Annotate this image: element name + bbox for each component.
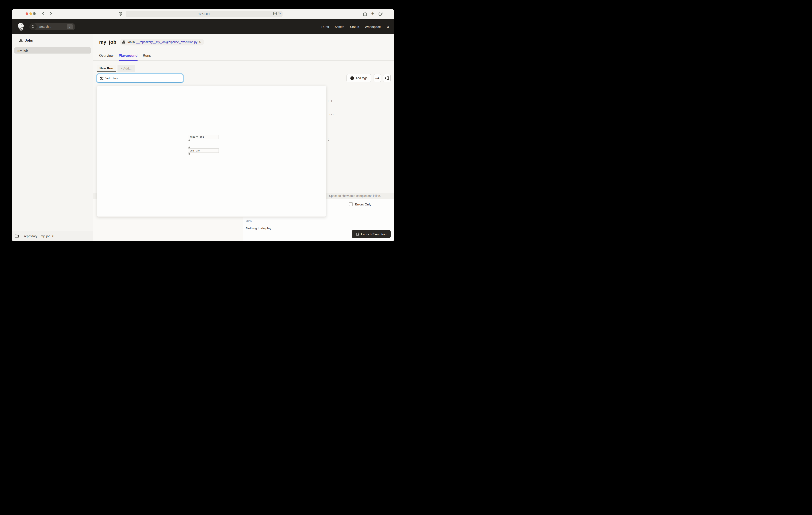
graph-preview-popover: return_one add_two	[97, 86, 326, 217]
add-tags-button[interactable]: + Add tags	[347, 74, 371, 82]
job-icon	[122, 40, 125, 44]
op-selector-icon	[100, 77, 104, 80]
search-icon	[29, 23, 37, 30]
shield-icon[interactable]	[119, 12, 122, 16]
tab-overview-icon[interactable]	[378, 12, 382, 16]
op-selector-value: *add_two	[105, 77, 117, 80]
back-icon[interactable]	[42, 12, 45, 16]
reload-icon[interactable]: ↻	[278, 12, 281, 15]
browser-window: 127.0.0.1 A ↻ +	[12, 9, 394, 241]
main-content: my_job Job in __repository__my_job@pipel…	[93, 34, 394, 241]
output-port-dot	[188, 153, 190, 155]
external-link-icon	[356, 233, 359, 236]
input-port-dot	[188, 146, 190, 148]
job-origin-badge: Job in __repository__my_job@pipeline_exe…	[120, 38, 204, 46]
config-line: ...	[327, 112, 390, 116]
folder-icon	[15, 235, 19, 238]
op-selector-input[interactable]: *add_two	[97, 74, 183, 83]
launch-execution-button[interactable]: Launch Execution	[352, 230, 390, 238]
sidebar-item-my-job[interactable]: my_job	[14, 47, 91, 54]
repository-name: __repository__my_job	[21, 235, 50, 238]
config-line	[327, 125, 390, 129]
sidebar: Jobs my_job __repository__my_job ↻	[12, 34, 93, 241]
nav-assets[interactable]: Assets	[335, 25, 344, 29]
url-text: 127.0.0.1	[198, 12, 210, 16]
plus-circle-icon: +	[350, 76, 354, 80]
jobs-section-header: Jobs	[20, 38, 33, 43]
config-text: : { ... { : ... : ... solid is not prese…	[327, 90, 390, 148]
url-bar[interactable]: 127.0.0.1 A ↻	[126, 11, 283, 17]
app-header: Search... / Runs Assets Status Workspace…	[12, 19, 394, 34]
op-node-add-two[interactable]: add_two	[188, 148, 219, 153]
config-line: {	[327, 137, 390, 141]
new-tab-icon[interactable]: +	[371, 12, 374, 16]
browser-chrome: 127.0.0.1 A ↻ +	[12, 9, 394, 19]
expand-panel-button[interactable]	[383, 74, 390, 82]
minimize-window-button[interactable]	[29, 12, 32, 15]
dagster-logo	[17, 22, 25, 31]
job-tabs: Overview Playground Runs	[93, 53, 394, 61]
repository-footer: __repository__my_job ↻	[12, 231, 93, 241]
badge-refresh-icon[interactable]: ↻	[199, 40, 202, 44]
config-line: : {	[327, 99, 390, 103]
dependency-edge	[191, 142, 191, 148]
close-window-button[interactable]	[26, 12, 28, 15]
errors-only-checkbox[interactable]	[349, 202, 353, 206]
share-icon[interactable]	[363, 11, 367, 16]
panel-toggle-icon	[385, 76, 389, 80]
nav-workspace[interactable]: Workspace	[365, 25, 381, 29]
tab-runs[interactable]: Runs	[143, 53, 151, 60]
autocomplete-hint: +Space to show auto-completions inline.	[327, 194, 381, 197]
sidebar-toggle-icon[interactable]	[33, 12, 37, 16]
run-config-tabs: New Run + Add...	[93, 65, 394, 72]
errors-only-toggle[interactable]: Errors Only	[349, 202, 371, 206]
ops-empty-message: Nothing to display.	[246, 226, 272, 230]
search-placeholder: Search...	[39, 25, 51, 28]
op-node-return-one[interactable]: return_one	[188, 135, 219, 139]
global-search[interactable]: Search... /	[29, 23, 75, 30]
page-title: my_job	[99, 39, 116, 45]
translate-icon[interactable]: A	[273, 12, 277, 15]
job-icon	[20, 39, 23, 42]
tab-new-run[interactable]: New Run	[97, 65, 116, 72]
search-shortcut-badge: /	[67, 24, 73, 29]
tab-playground[interactable]: Playground	[119, 53, 138, 60]
forward-icon[interactable]	[50, 12, 52, 16]
tab-add-config[interactable]: + Add...	[117, 65, 135, 72]
badge-repository-link[interactable]: __repository__my_job@pipeline_execution.…	[136, 40, 198, 44]
ops-section-title: OPS	[246, 219, 252, 222]
badge-prefix: Job in	[127, 40, 135, 44]
header-nav: Runs Assets Status Workspace ⚙	[321, 25, 389, 29]
gear-icon[interactable]: ⚙	[386, 25, 389, 28]
text-caret	[118, 77, 118, 80]
jobs-section-title: Jobs	[25, 38, 33, 43]
repository-refresh-icon[interactable]: ↻	[52, 234, 55, 238]
shortcuts-hint-button[interactable]: ••A	[374, 74, 381, 82]
output-port-dot	[188, 139, 190, 141]
nav-runs[interactable]: Runs	[321, 25, 329, 29]
tab-overview[interactable]: Overview	[99, 53, 113, 60]
nav-status[interactable]: Status	[350, 25, 359, 29]
